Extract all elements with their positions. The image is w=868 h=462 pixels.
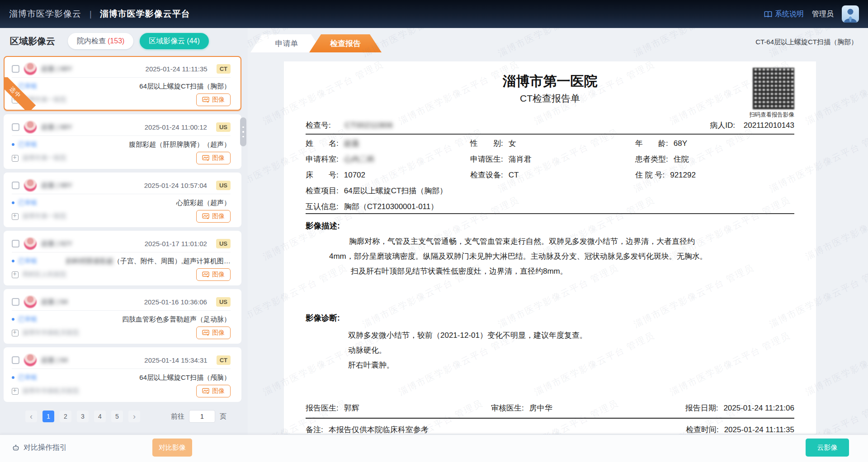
exam-checkbox[interactable] xyxy=(12,298,19,306)
exam-card[interactable]: 赵嘉 | 68Y 2025-01-24 10:57:04 US 已审核 心脏彩超… xyxy=(4,173,241,227)
patient-type-label: 患者类型: xyxy=(635,154,668,164)
patient-avatar-icon xyxy=(24,295,37,308)
note-value: 本报告仅供本院临床科室参考 xyxy=(329,425,429,434)
report-doctor-label: 报告医生: xyxy=(306,404,339,412)
patient-type-value: 住院 xyxy=(674,155,689,163)
current-exam-title: CT-64层以上螺旋CT扫描（胸部） xyxy=(755,38,858,47)
compare-guide-label: 对比操作指引 xyxy=(24,443,67,453)
expand-plus-icon[interactable] xyxy=(12,213,19,220)
view-images-button[interactable]: 图像 xyxy=(196,93,231,106)
patient-avatar-icon xyxy=(24,179,37,191)
patient-avatar-icon xyxy=(24,121,37,133)
review-doctor-label: 审核医生: xyxy=(491,404,524,412)
exam-date: 2025-01-24 11:11:35 xyxy=(146,65,208,73)
tab-regional-cloud[interactable]: 区域影像云 (44) xyxy=(140,33,208,49)
qr-code xyxy=(753,68,794,109)
goto-page-input[interactable] xyxy=(189,410,215,423)
view-images-label: 图像 xyxy=(212,96,225,104)
sidebar-collapse-handle[interactable] xyxy=(240,117,246,146)
exam-status: 已审核 xyxy=(18,373,37,382)
device-value: CT xyxy=(509,171,519,179)
compare-guide-link[interactable]: 对比操作指引 xyxy=(12,443,67,453)
image-icon xyxy=(202,97,209,103)
exam-status: 已审核 xyxy=(18,199,37,207)
view-images-button[interactable]: 图像 xyxy=(196,152,231,164)
exam-checkbox[interactable] xyxy=(12,182,19,189)
diag-section-title: 影像诊断: xyxy=(306,313,340,323)
exam-status: 已审核 xyxy=(18,257,37,265)
device-label: 检查设备: xyxy=(470,170,503,180)
desc-line: 4mm，部分呈磨玻璃密度。纵隔及双肺门未见肿大淋巴结。主动脉及分支、冠状动脉见多… xyxy=(329,249,794,264)
view-images-button[interactable]: 图像 xyxy=(196,327,231,339)
brand-title: 淄博市医学影像云 xyxy=(9,8,81,20)
compare-images-button[interactable]: 对比影像 xyxy=(152,439,192,457)
exam-card[interactable]: 赵嘉 | 68Y 2025-01-24 11:00:12 US 已审核 腹部彩超… xyxy=(4,114,241,169)
pagination-page-4[interactable]: 4 xyxy=(94,411,106,422)
age-label: 年 龄: xyxy=(635,138,668,149)
exam-card[interactable]: 赵嘉 | 64 2025-01-14 15:34:31 CT 已审核 64层以上… xyxy=(4,347,241,402)
req-doctor-label: 申请医生: xyxy=(470,154,503,164)
tab-exam-report-label: 检查报告 xyxy=(330,38,361,49)
exam-checkbox[interactable] xyxy=(12,65,19,73)
view-images-button[interactable]: 图像 xyxy=(196,385,231,397)
req-doctor-value: 蒲肖君 xyxy=(509,155,532,163)
name-label: 姓 名: xyxy=(306,138,339,149)
pagination-page-2[interactable]: 2 xyxy=(60,411,71,422)
exam-date: 2025-01-17 11:01:02 xyxy=(145,240,207,247)
view-images-button[interactable]: 图像 xyxy=(196,268,231,281)
exam-no-value: CT00211906 xyxy=(344,121,393,130)
sidebar-title: 区域影像云 xyxy=(10,35,55,47)
tab-regional-cloud-label: 区域影像云 xyxy=(149,37,185,46)
patient-name: 赵嘉 | 68Y xyxy=(41,65,72,73)
expand-plus-icon[interactable] xyxy=(12,155,19,162)
user-avatar[interactable] xyxy=(842,5,859,23)
pagination-page-3[interactable]: 3 xyxy=(77,411,89,422)
selected-ribbon: 选中 xyxy=(4,77,37,111)
status-dot-icon xyxy=(12,318,14,321)
cloud-images-button[interactable]: 云影像 xyxy=(806,439,849,457)
tab-exam-report[interactable]: 检查报告 xyxy=(309,34,382,52)
diagnosis-line: 双肺多发微小结节，较前（2021-12-01）变化不明显，建议年度复查。 xyxy=(348,328,794,343)
exam-checkbox[interactable] xyxy=(12,356,19,364)
exam-card[interactable]: 赵嘉 | 68Y 2025-01-24 11:11:35 CT 已审核 64层以… xyxy=(4,56,241,111)
goto-page-suffix: 页 xyxy=(220,412,226,421)
exam-checkbox[interactable] xyxy=(12,240,19,247)
pagination-page-5[interactable]: 5 xyxy=(111,411,123,422)
patient-avatar-icon xyxy=(24,62,37,75)
exam-card[interactable]: 赵嘉 | 62Y 2025-01-17 11:01:02 US 已审核 妇科经阴… xyxy=(4,231,241,285)
modality-badge: US xyxy=(216,181,231,190)
pagination-page-1[interactable]: 1 xyxy=(42,411,54,422)
pagination-next-button[interactable]: › xyxy=(128,411,140,422)
brand-divider: | xyxy=(90,9,92,19)
diagnosis-line: 肝右叶囊肿。 xyxy=(348,358,794,373)
book-icon xyxy=(764,11,772,18)
hospital-name: 淄博市第一医院 xyxy=(22,212,66,220)
image-diagnosis: 双肺多发微小结节，较前（2021-12-01）变化不明显，建议年度复查。动脉硬化… xyxy=(348,328,794,373)
exam-card[interactable]: 赵嘉 | 64 2025-01-16 10:36:06 US 已审核 四肢血管彩… xyxy=(4,289,241,344)
patient-name: 赵嘉 | 62Y xyxy=(41,239,72,248)
inpatient-no-label: 住 院 号: xyxy=(635,170,665,180)
bed-label: 床 号: xyxy=(306,170,339,180)
exam-status: 已审核 xyxy=(18,315,37,323)
status-dot-icon xyxy=(12,143,14,146)
tab-hospital-exams-label: 院内检查 xyxy=(77,37,106,46)
review-doctor-value: 房中华 xyxy=(529,404,552,412)
tab-hospital-exams[interactable]: 院内检查 (153) xyxy=(68,33,133,49)
expand-plus-icon[interactable] xyxy=(12,388,19,395)
status-dot-icon xyxy=(12,260,14,262)
expand-plus-icon[interactable] xyxy=(12,330,19,336)
footer-bar: 对比操作指引 对比影像 云影像 xyxy=(0,434,868,462)
status-dot-icon xyxy=(12,201,14,204)
exam-checkbox[interactable] xyxy=(12,123,19,131)
report-date-value: 2025-01-24 11:21:06 xyxy=(723,404,794,412)
system-help-link[interactable]: 系统说明 xyxy=(764,9,804,19)
exam-time-label: 检查时间: xyxy=(686,425,719,434)
pagination-prev-button[interactable]: ‹ xyxy=(25,411,37,422)
view-images-button[interactable]: 图像 xyxy=(196,210,231,223)
view-images-label: 图像 xyxy=(212,154,225,162)
report-hospital-title: 淄博市第一医院 xyxy=(306,72,794,91)
image-icon xyxy=(202,271,209,278)
expand-plus-icon[interactable] xyxy=(12,271,19,278)
patient-avatar-icon xyxy=(24,237,37,250)
exam-name: 心脏彩超（超声） xyxy=(176,199,231,207)
